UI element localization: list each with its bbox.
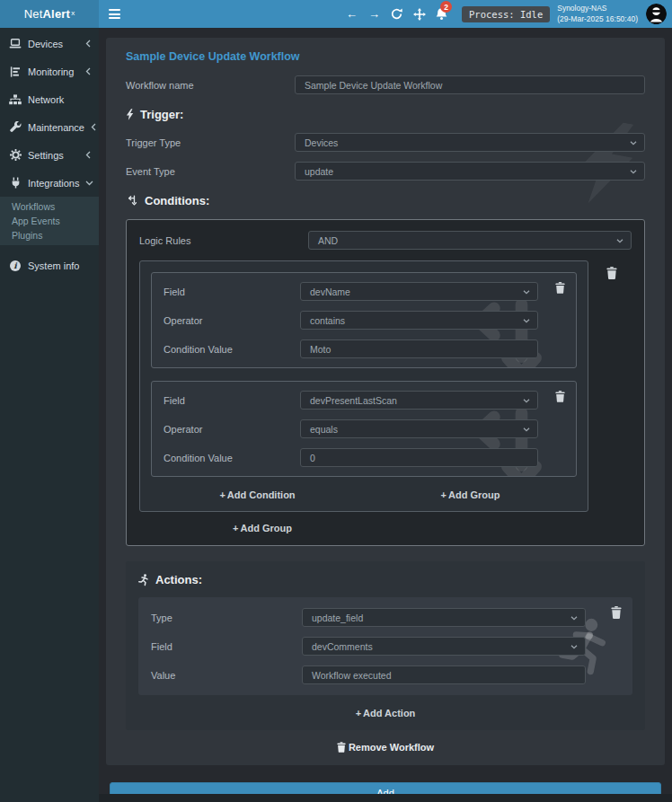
- trash-icon: [555, 391, 565, 402]
- chevron-down-icon: [630, 141, 637, 145]
- chevron-down-icon: [570, 616, 578, 621]
- runner-icon: [138, 574, 149, 586]
- event-type-select[interactable]: update: [295, 162, 645, 181]
- sidebar: Devices Monitoring Network Maintenance S…: [0, 28, 99, 802]
- event-type-label: Event Type: [126, 166, 295, 177]
- trash-icon: [611, 606, 622, 619]
- plus-icon: +: [219, 489, 225, 500]
- delete-action-button[interactable]: [611, 606, 622, 619]
- nav-forward-button[interactable]: →: [363, 0, 385, 28]
- delete-condition-button[interactable]: [555, 282, 565, 294]
- bolt-icon: [126, 109, 134, 120]
- action-field-select[interactable]: devComments: [302, 637, 586, 656]
- chevron-down-icon: [570, 645, 578, 649]
- avatar-ninja-icon: [646, 4, 667, 24]
- field-label: Field: [164, 286, 300, 297]
- sidebar-item-maintenance[interactable]: Maintenance: [0, 113, 99, 141]
- sidebar-item-label: Devices: [28, 39, 63, 49]
- gear-icon: [9, 149, 22, 161]
- brand-text: Net: [24, 7, 43, 21]
- main-content: Sample Device Update Workflow Workflow n…: [99, 28, 672, 802]
- sidebar-item-label: System info: [28, 260, 79, 271]
- sidebar-item-devices[interactable]: Devices: [0, 30, 99, 57]
- nav-back-button[interactable]: ←: [340, 0, 363, 28]
- action-field-label: Field: [151, 641, 302, 652]
- info-icon: i: [9, 260, 22, 271]
- sidebar-item-settings[interactable]: Settings: [0, 141, 99, 169]
- sidebar-item-label: Integrations: [28, 178, 79, 189]
- sidebar-item-monitoring[interactable]: Monitoring: [0, 57, 99, 85]
- operator-label: Operator: [164, 315, 300, 326]
- sidebar-toggle-button[interactable]: [99, 0, 129, 28]
- wrench-icon: [9, 121, 22, 133]
- sidebar-item-label: Monitoring: [28, 66, 74, 77]
- workflow-panel: Sample Device Update Workflow Workflow n…: [106, 38, 665, 765]
- add-condition-button[interactable]: +Add Condition: [219, 489, 295, 500]
- process-status-chip[interactable]: Process: Idle: [462, 6, 550, 22]
- sidebar-item-label: Settings: [28, 150, 64, 161]
- condition-value-label: Condition Value: [164, 344, 300, 355]
- field-label: Field: [164, 395, 300, 406]
- app-logo[interactable]: NetAlertx: [0, 0, 99, 28]
- submenu-item-app-events[interactable]: App Events: [0, 214, 99, 228]
- add-action-button[interactable]: +Add Action: [356, 708, 416, 718]
- condition-value-input[interactable]: Moto: [300, 339, 538, 358]
- arrow-left-icon: ←: [346, 7, 358, 21]
- trash-icon: [337, 742, 346, 753]
- trigger-type-label: Trigger Type: [126, 137, 295, 148]
- trigger-type-select[interactable]: Devices: [295, 133, 645, 152]
- sidebar-item-network[interactable]: Network: [0, 85, 99, 113]
- workflow-title-link[interactable]: Sample Device Update Workflow: [126, 50, 645, 63]
- plus-icon: +: [356, 708, 361, 718]
- chevron-down-icon: [630, 170, 637, 174]
- fullscreen-move-button[interactable]: [408, 0, 430, 28]
- add-root-group-button[interactable]: +Add Group: [233, 523, 292, 533]
- operator-label: Operator: [164, 424, 300, 435]
- delete-condition-button[interactable]: [555, 391, 565, 402]
- workflow-name-input[interactable]: Sample Device Update Workflow: [295, 75, 645, 94]
- remove-workflow-button[interactable]: Remove Workflow: [126, 742, 645, 753]
- actions-section-header: Actions:: [138, 573, 632, 586]
- sidebar-item-label: Network: [28, 94, 64, 105]
- delete-group-button[interactable]: [606, 267, 617, 279]
- logic-rules-select[interactable]: AND: [308, 231, 632, 250]
- trash-icon: [555, 282, 565, 294]
- submenu-item-plugins[interactable]: Plugins: [0, 228, 99, 242]
- integrations-submenu: Workflows App Events Plugins: [0, 197, 99, 245]
- chart-icon: [9, 66, 22, 77]
- server-timestamp: (29-Mar-2025 16:50:40): [557, 14, 638, 24]
- action-value-input[interactable]: Workflow executed: [302, 665, 586, 684]
- sitemap-icon: [9, 94, 22, 105]
- condition-value-label: Condition Value: [164, 453, 300, 463]
- refresh-button[interactable]: [385, 0, 408, 28]
- conditions-root-group: Logic Rules AND Field: [126, 219, 645, 546]
- notifications-button[interactable]: 2: [430, 0, 453, 28]
- sidebar-item-integrations[interactable]: Integrations: [0, 169, 99, 197]
- top-navbar: NetAlertx ← → 2 Process: Idle Synology-N…: [0, 0, 672, 28]
- trigger-section-header: Trigger:: [126, 108, 645, 121]
- plug-icon: [9, 177, 22, 189]
- sidebar-item-label: Maintenance: [28, 122, 84, 133]
- process-status-text: Process: Idle: [469, 9, 543, 20]
- submenu-item-workflows[interactable]: Workflows: [0, 199, 99, 214]
- conditions-section-header: Conditions:: [126, 194, 645, 207]
- condition-value-input[interactable]: 0: [300, 448, 538, 467]
- sidebar-item-system-info[interactable]: i System info: [0, 251, 99, 279]
- footer-strip: [99, 794, 672, 802]
- plus-icon: +: [441, 489, 447, 500]
- chevron-down-icon: [523, 319, 530, 323]
- user-avatar[interactable]: [646, 4, 667, 24]
- logic-rules-label: Logic Rules: [139, 235, 308, 246]
- action-type-select[interactable]: update_field: [302, 608, 586, 627]
- add-group-button[interactable]: +Add Group: [441, 489, 500, 500]
- condition-field-select[interactable]: devPresentLastScan: [300, 391, 538, 410]
- split-arrows-icon: [126, 195, 138, 207]
- condition-operator-select[interactable]: contains: [300, 311, 538, 330]
- condition-operator-select[interactable]: equals: [300, 419, 538, 438]
- action-item: Type update_field Field devComments Valu…: [138, 597, 632, 695]
- navbar-actions: ← → 2 Process: Idle Synology-NAS (29-Mar…: [340, 0, 672, 28]
- chevron-left-icon: [85, 67, 91, 75]
- plus-icon: +: [233, 523, 238, 533]
- condition-field-select[interactable]: devName: [300, 282, 538, 301]
- laptop-icon: [9, 39, 22, 48]
